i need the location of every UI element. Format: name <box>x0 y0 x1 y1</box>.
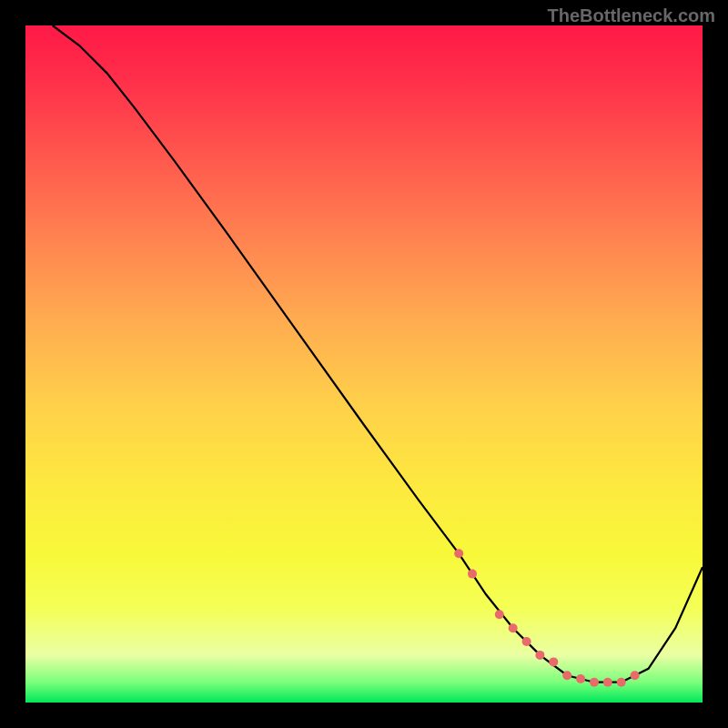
highlight-markers <box>454 549 639 686</box>
highlight-dot <box>603 678 612 687</box>
highlight-dot <box>631 671 640 680</box>
highlight-dot <box>454 549 463 558</box>
highlight-dot <box>576 674 585 683</box>
highlight-dot <box>535 651 544 660</box>
watermark-text: TheBottleneck.com <box>548 5 715 26</box>
bottleneck-curve-path <box>53 25 703 682</box>
highlight-dot <box>549 657 558 666</box>
highlight-dot <box>617 678 626 687</box>
highlight-dot <box>468 570 477 579</box>
highlight-dot <box>509 623 518 632</box>
highlight-dot <box>495 610 504 619</box>
highlight-dot <box>522 637 531 646</box>
highlight-dot <box>590 678 599 687</box>
plot-area <box>25 25 703 703</box>
highlight-dot <box>562 671 571 680</box>
chart-svg <box>25 25 703 703</box>
